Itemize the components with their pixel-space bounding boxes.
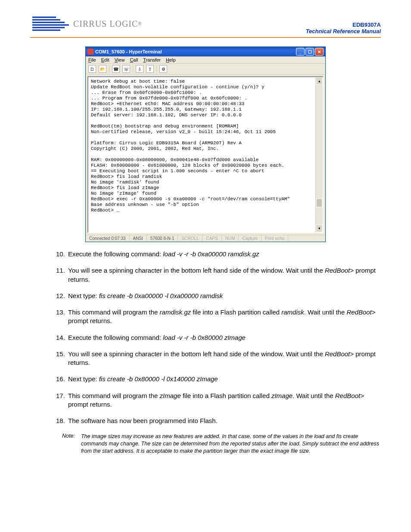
status-capture: Capture	[239, 235, 262, 242]
step-17-e: . Wait until the	[293, 392, 335, 399]
instruction-list: 10. Execute the following command: load …	[56, 250, 377, 425]
step-18: 18. The software has now been programmed…	[56, 417, 377, 425]
status-emulation: ANSI	[130, 235, 147, 242]
step-17-c: file into a Flash partition called	[181, 392, 271, 399]
status-num: NUM	[222, 235, 239, 242]
product-code: EDB9307A	[306, 22, 381, 28]
properties-icon[interactable]: ⚙	[159, 65, 167, 73]
step-13-a: This command will program the	[68, 308, 160, 316]
scroll-thumb[interactable]	[316, 199, 322, 207]
toolbar: 🗋 📂 ☎ ☏ ⇩ ⇧ ⚙	[86, 64, 325, 75]
step-14-text: Execute the following command:	[68, 334, 163, 341]
step-14: 14. Execute the following command: load …	[56, 333, 377, 342]
step-15: 15. You will see a spinning character in…	[56, 350, 377, 367]
step-17: 17. This command will program the zImage…	[56, 392, 377, 409]
step-17-b: zImage	[160, 392, 181, 399]
manual-subtitle: Technical Reference Manual	[306, 28, 381, 34]
step-13: 13. This command will program the ramdis…	[56, 308, 377, 326]
step-13-d: ramdisk	[281, 308, 304, 316]
receive-icon[interactable]: ⇧	[146, 65, 154, 73]
maximize-button[interactable]: ☐	[305, 48, 314, 56]
step-16-text: Next type:	[68, 375, 99, 383]
step-13-g: prompt returns.	[68, 317, 112, 324]
hyperterminal-window: COM1_57600 - HyperTerminal _ ☐ ✕ File Ed…	[85, 47, 326, 242]
menu-bar: File Edit View Call Transfer Help	[86, 56, 325, 64]
step-18-text: The software has now been programmed int…	[68, 417, 377, 425]
step-12-cmd: fis create -b 0xa00000 -l 0xa00000 ramdi…	[99, 292, 223, 299]
step-12: 12. Next type: fis create -b 0xa00000 -l…	[56, 292, 377, 300]
new-icon[interactable]: 🗋	[88, 65, 96, 73]
step-11-b: RedBoot>	[325, 267, 354, 274]
menu-edit[interactable]: Edit	[101, 57, 109, 62]
menu-transfer[interactable]: Transfer	[143, 57, 161, 62]
step-13-f: RedBoot>	[346, 308, 375, 316]
step-15-b: RedBoot>	[325, 350, 354, 358]
step-17-g: prompt returns.	[68, 401, 112, 408]
step-17-f: RedBoot>	[335, 392, 364, 399]
terminal[interactable]: Network debug at boot time: false Update…	[87, 76, 324, 233]
header-title-block: EDB9307A Technical Reference Manual	[306, 22, 381, 34]
step-10: 10. Execute the following command: load …	[56, 250, 377, 258]
logo-text: CIRRUS LOGIC	[73, 19, 138, 29]
titlebar[interactable]: COM1_57600 - HyperTerminal _ ☐ ✕	[86, 47, 325, 56]
status-connected: Connected 0:07:33	[86, 235, 130, 242]
step-16-cmd: fis create -b 0x80000 -l 0x140000 zImage	[99, 375, 218, 383]
note-label: Note:	[62, 433, 75, 455]
step-13-c: file into a Flash partition called	[191, 308, 281, 316]
step-11: 11. You will see a spinning character in…	[56, 266, 377, 284]
menu-help[interactable]: Help	[166, 57, 176, 62]
status-bar: Connected 0:07:33 ANSI 57600 8-N-1 SCROL…	[86, 235, 325, 242]
status-echo: Print echo	[262, 235, 288, 242]
note-block: Note: The image sizes may increase as ne…	[62, 433, 381, 455]
cirrus-wave-icon	[30, 13, 73, 34]
step-14-cmd: load -v -r -b 0x80000 zImage	[163, 334, 246, 341]
status-port: 57600 8-N-1	[147, 235, 178, 242]
close-button[interactable]: ✕	[315, 48, 324, 56]
step-13-e: . Wait until the	[304, 308, 347, 316]
call-icon[interactable]: ☎	[112, 65, 120, 73]
logo: CIRRUS LOGIC®	[30, 13, 141, 34]
menu-view[interactable]: View	[115, 57, 125, 62]
step-13-b: ramdisk.gz	[160, 308, 191, 316]
menu-call[interactable]: Call	[130, 57, 138, 62]
status-caps: CAPS	[202, 235, 221, 242]
scrollbar[interactable]: ▴ ▾	[315, 77, 323, 232]
status-scroll: SCROLL	[178, 235, 202, 242]
step-17-a: This command will program the	[68, 392, 160, 399]
step-12-text: Next type:	[68, 292, 99, 299]
terminal-output: Network debug at boot time: false Update…	[88, 77, 315, 232]
open-icon[interactable]: 📂	[99, 65, 106, 73]
hangup-icon[interactable]: ☏	[122, 65, 130, 73]
window-title: COM1_57600 - HyperTerminal	[95, 49, 162, 54]
send-icon[interactable]: ⇩	[136, 65, 143, 73]
scroll-down-icon[interactable]: ▾	[316, 224, 323, 232]
step-16: 16. Next type: fis create -b 0x80000 -l …	[56, 375, 377, 383]
minimize-button[interactable]: _	[296, 48, 305, 56]
step-15-a: You will see a spinning character in the…	[68, 350, 325, 358]
step-10-cmd: load -v -r -b 0xa00000 ramdisk.gz	[163, 250, 259, 258]
step-11-a: You will see a spinning character in the…	[68, 267, 325, 274]
step-17-d: zImage	[271, 392, 293, 399]
page-header: CIRRUS LOGIC® EDB9307A Technical Referen…	[30, 13, 381, 38]
scroll-up-icon[interactable]: ▴	[316, 77, 323, 85]
menu-file[interactable]: File	[88, 57, 96, 62]
app-icon	[87, 49, 93, 55]
note-body: The image sizes may increase as new feat…	[81, 433, 381, 455]
step-10-text: Execute the following command:	[68, 250, 163, 258]
